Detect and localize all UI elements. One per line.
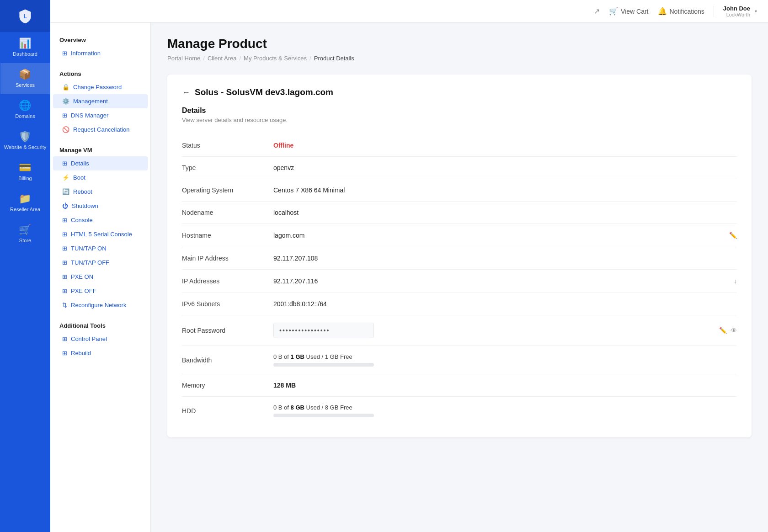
hdd-text: 0 B of 8 GB Used / 8 GB Free [273,404,709,411]
field-actions-9 [709,346,737,374]
status-offline-badge: Offline [273,142,293,149]
back-arrow-button[interactable]: ← [182,88,190,97]
svg-text:L: L [23,13,27,20]
panel-label-tun-tap-off: TUN/TAP OFF [71,259,109,266]
html5-serial-console-icon: ⊞ [62,231,67,238]
details-icon: ⊞ [62,160,67,167]
sidebar-item-website-security[interactable]: 🛡️ Website & Security [0,125,50,156]
panel-item-shutdown[interactable]: ⏻Shutdown [53,199,148,213]
field-value-8: •••••••••••••••• [273,315,709,346]
field-actions-2 [709,179,737,202]
sidebar-label-website-security: Website & Security [4,144,47,150]
sidebar-item-billing[interactable]: 💳 Billing [0,156,50,187]
panel-item-html5-serial-console[interactable]: ⊞HTML 5 Serial Console [53,227,148,241]
panel-item-pxe-off[interactable]: ⊞PXE OFF [53,284,148,298]
field-value-5: 92.117.207.108 [273,247,709,270]
field-value-1: openvz [273,157,709,179]
field-actions-3 [709,202,737,224]
bell-icon: 🔔 [658,7,667,16]
breadcrumb-portal-home[interactable]: Portal Home [167,55,200,62]
field-value-10: 128 MB [273,374,709,397]
panel-item-pxe-on[interactable]: ⊞PXE ON [53,270,148,284]
sidebar-label-dashboard: Dashboard [13,51,37,57]
tun-tap-on-icon: ⊞ [62,245,67,252]
field-label-3: Nodename [182,202,273,224]
field-label-4: Hostname [182,224,273,247]
cart-label: View Cart [621,8,648,15]
field-label-5: Main IP Address [182,247,273,270]
information-icon: ⊞ [62,50,67,57]
panel-item-dns-manager[interactable]: ⊞DNS Manager [53,108,148,122]
field-value-4: lagom.com [273,224,709,247]
sidebar-logo: L [0,0,50,32]
panel-item-reconfigure-network[interactable]: ⇅Reconfigure Network [53,298,148,312]
password-field: •••••••••••••••• [273,323,374,338]
server-card: ← Solus - SolusVM dev3.lagom.com Details… [167,74,752,437]
panel-item-management[interactable]: ⚙️Management [53,94,148,108]
panel-item-tun-tap-off[interactable]: ⊞TUN/TAP OFF [53,255,148,270]
sidebar-item-services[interactable]: 📦 Services [0,63,50,94]
notifications-label: Notifications [670,8,704,15]
field-value-2: Centos 7 X86 64 Minimal [273,179,709,202]
overview-items: ⊞Information [50,46,150,60]
expand-icon[interactable]: ↓ [734,277,737,285]
panel-item-rebuild[interactable]: ⊞Rebuild [53,346,148,360]
sidebar-item-dashboard[interactable]: 📊 Dashboard [0,32,50,63]
table-row: Root Password••••••••••••••••✏️👁 [182,315,737,346]
sidebar-item-reseller[interactable]: 📁 Reseller Area [0,187,50,218]
reseller-icon: 📁 [19,194,31,204]
user-org: LockWorth [726,12,750,17]
topbar: ↗ 🛒 View Cart 🔔 Notifications John Doe L… [50,0,768,23]
panel-item-request-cancellation[interactable]: 🚫Request Cancellation [53,122,148,137]
edit-icon[interactable]: ✏️ [729,232,737,239]
table-row: Nodenamelocalhost [182,202,737,224]
sidebar-item-domains[interactable]: 🌐 Domains [0,94,50,125]
breadcrumb-my-products[interactable]: My Products & Services [244,55,307,62]
main-content: Manage Product Portal Home / Client Area… [151,23,768,532]
shutdown-icon: ⏻ [62,202,68,209]
sidebar-item-store[interactable]: 🛒 Store [0,218,50,250]
panel-label-change-password: Change Password [73,84,122,90]
panel-item-information[interactable]: ⊞Information [53,46,148,60]
panel-label-details: Details [71,160,89,167]
table-row: HDD 0 B of 8 GB Used / 8 GB Free [182,397,737,425]
field-value-7: 2001:db8:0:12::/64 [273,293,709,315]
request-cancellation-icon: 🚫 [62,126,69,133]
details-subtitle: View server details and resource usage. [182,117,737,123]
panel-label-pxe-off: PXE OFF [71,287,96,294]
cart-icon: 🛒 [609,7,618,16]
panel-item-change-password[interactable]: 🔒Change Password [53,80,148,94]
hdd-progress-wrap [273,414,374,417]
panel-item-details[interactable]: ⊞Details [53,156,148,170]
panel-label-rebuild: Rebuild [71,350,91,356]
panel-item-boot[interactable]: ⚡Boot [53,170,148,185]
panel-item-console[interactable]: ⊞Console [53,213,148,227]
field-actions-0 [709,134,737,157]
bandwidth-text: 0 B of 1 GB Used / 1 GB Free [273,353,709,360]
reboot-icon: 🔄 [62,188,69,195]
manage-vm-section-title: Manage VM [50,142,150,156]
panel-item-reboot[interactable]: 🔄Reboot [53,185,148,199]
panel-item-control-panel[interactable]: ⊞Control Panel [53,332,148,346]
breadcrumb: Portal Home / Client Area / My Products … [167,55,752,62]
sidebar-label-domains: Domains [15,113,35,119]
control-panel-icon: ⊞ [62,335,67,342]
breadcrumb-client-area[interactable]: Client Area [208,55,237,62]
field-actions-10 [709,374,737,397]
view-cart-button[interactable]: 🛒 View Cart [609,7,648,16]
edit-icon[interactable]: ✏️ [719,327,727,334]
field-label-10: Memory [182,374,273,397]
notifications-button[interactable]: 🔔 Notifications [658,7,704,16]
breadcrumb-current: Product Details [314,55,354,62]
user-menu[interactable]: John Doe LockWorth ▾ [723,5,757,17]
caret-down-icon: ▾ [755,9,757,14]
panel-item-tun-tap-on[interactable]: ⊞TUN/TAP ON [53,241,148,255]
panel-label-reconfigure-network: Reconfigure Network [71,302,126,309]
details-title: Details [182,106,737,115]
eye-icon[interactable]: 👁 [731,327,737,334]
table-row: StatusOffline [182,134,737,157]
panel-label-dns-manager: DNS Manager [71,112,108,119]
share-button[interactable]: ↗ [594,7,600,16]
table-row: IP Addresses92.117.207.116↓ [182,270,737,293]
sidebar: L 📊 Dashboard 📦 Services 🌐 Domains 🛡️ We… [0,0,50,532]
